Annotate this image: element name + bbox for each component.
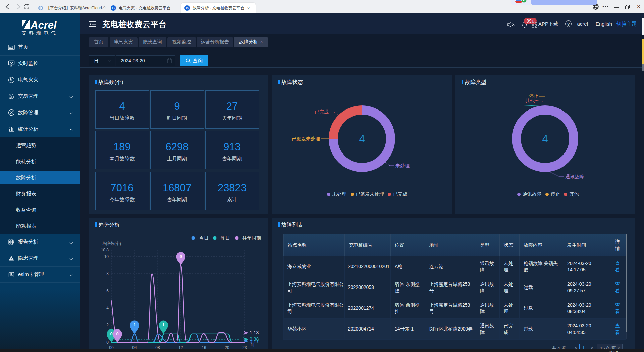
svg-text:0: 0 <box>106 340 109 345</box>
svg-text:已完成: 已完成 <box>315 109 329 115</box>
svg-text:1.13: 1.13 <box>250 330 259 335</box>
svg-text:1: 1 <box>133 322 136 327</box>
svg-text:10.8: 10.8 <box>101 248 109 252</box>
svg-text:4: 4 <box>359 133 365 145</box>
svg-text:往年同期: 往年同期 <box>242 235 261 241</box>
svg-text:已派发未处理: 已派发未处理 <box>292 136 320 141</box>
svg-text:安科瑞电气: 安科瑞电气 <box>21 30 58 36</box>
svg-text:其他: 其他 <box>525 98 535 103</box>
svg-text:10: 10 <box>104 254 109 259</box>
svg-text:未处理: 未处理 <box>395 163 410 168</box>
svg-text:1: 1 <box>162 322 165 327</box>
svg-text:今日: 今日 <box>199 235 209 241</box>
svg-text:4: 4 <box>542 133 548 145</box>
svg-text:6: 6 <box>106 289 109 293</box>
svg-text:通讯故障: 通讯故障 <box>565 174 584 179</box>
svg-text:4: 4 <box>106 306 109 310</box>
svg-text:故障数(个): 故障数(个) <box>102 241 121 246</box>
svg-text:Acrel: Acrel <box>30 19 57 31</box>
svg-text:昨日: 昨日 <box>221 235 230 241</box>
svg-text:2: 2 <box>106 323 109 327</box>
svg-text:9: 9 <box>179 254 182 259</box>
svg-text:0: 0 <box>116 331 118 336</box>
svg-text:8: 8 <box>106 271 109 276</box>
svg-text:0.17: 0.17 <box>250 339 259 344</box>
svg-text:0: 0 <box>110 331 112 336</box>
